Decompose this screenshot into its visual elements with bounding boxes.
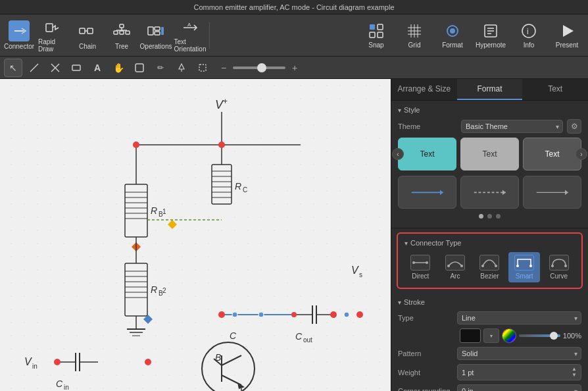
- svg-text:s: s: [359, 271, 362, 278]
- svg-point-122: [330, 311, 337, 318]
- toolbar-present-label: Present: [556, 41, 578, 49]
- stroke-collapse-arrow: ▾: [398, 299, 401, 306]
- svg-point-1: [11, 29, 14, 33]
- tool-hand[interactable]: ✋: [109, 59, 128, 77]
- style-section-header[interactable]: ▾ Style: [398, 106, 581, 114]
- stroke-color-wheel-button[interactable]: [502, 328, 516, 343]
- stroke-pattern-select[interactable]: Solid Dashed: [457, 347, 581, 360]
- stroke-type-select-wrapper: Line Dashed Dotted ▾: [457, 311, 581, 325]
- tool-text[interactable]: A: [88, 59, 107, 77]
- circuit-diagram: V + R C R: [0, 79, 391, 391]
- connector-direct-button[interactable]: Direct: [404, 252, 437, 282]
- corner-rounding-select-wrapper: 0 in 0.1 in ▾: [457, 384, 581, 391]
- svg-rect-21: [370, 32, 375, 38]
- toolbar-info[interactable]: i Info: [510, 17, 547, 54]
- toolbar-connector-label: Connector: [4, 43, 34, 50]
- tool-line[interactable]: [25, 59, 43, 77]
- svg-point-121: [291, 312, 297, 317]
- weight-increment-button[interactable]: ▲: [572, 367, 577, 372]
- style-card-blue[interactable]: Text: [398, 138, 456, 170]
- connector-curve-button[interactable]: Curve: [543, 252, 575, 282]
- svg-rect-13: [148, 27, 153, 35]
- svg-point-146: [481, 265, 484, 267]
- toolbar-snap[interactable]: Snap: [358, 17, 395, 54]
- svg-text:R: R: [151, 284, 157, 295]
- toolbar-tree[interactable]: Tree: [105, 17, 138, 54]
- corner-rounding-select[interactable]: 0 in 0.1 in: [457, 384, 581, 391]
- stroke-type-label: Type: [398, 314, 457, 322]
- line-style-thin[interactable]: [523, 176, 581, 209]
- style-cards-text: ‹ Text Text Text ›: [398, 138, 581, 170]
- toolbar-operations[interactable]: Operations: [139, 17, 172, 54]
- stroke-color-dropdown-button[interactable]: ▾: [483, 328, 499, 343]
- tool-shape[interactable]: [67, 59, 86, 77]
- style-cards-prev-button[interactable]: ‹: [392, 148, 404, 160]
- arc-label: Arc: [450, 273, 460, 280]
- stroke-opacity-slider: 100%: [519, 332, 581, 340]
- tab-text[interactable]: Text: [522, 79, 588, 100]
- toolbar-grid[interactable]: Grid: [396, 17, 433, 54]
- style-card-dark[interactable]: Text: [523, 138, 581, 170]
- zoom-in-button[interactable]: +: [288, 61, 301, 74]
- svg-text:V: V: [351, 265, 359, 276]
- toolbar-format[interactable]: Format: [434, 17, 471, 54]
- connector-bezier-button[interactable]: Bezier: [474, 252, 506, 282]
- stroke-section: ▾ Stroke Type Line Dashed Dotted ▾: [391, 293, 588, 391]
- svg-rect-44: [199, 65, 206, 71]
- main-toolbar: Connector Rapid Draw Chain: [0, 14, 588, 57]
- tool-crop[interactable]: [193, 59, 212, 77]
- svg-point-118: [218, 311, 225, 318]
- line-style-solid[interactable]: [398, 176, 456, 209]
- svg-point-127: [145, 359, 151, 365]
- svg-point-73: [133, 142, 139, 148]
- connector-type-header[interactable]: ▾ Connector Type: [404, 239, 575, 247]
- tab-format[interactable]: Format: [457, 79, 523, 100]
- toolbar-connector[interactable]: Connector: [3, 17, 36, 54]
- toolbar-hypernote[interactable]: Hypernote: [472, 17, 509, 54]
- stroke-section-header[interactable]: ▾ Stroke: [398, 298, 581, 306]
- svg-rect-15: [155, 32, 160, 35]
- toolbar-present[interactable]: Present: [549, 17, 585, 54]
- zoom-out-button[interactable]: −: [217, 61, 230, 74]
- connector-smart-button[interactable]: Smart: [508, 252, 541, 282]
- theme-gear-button[interactable]: ⚙: [567, 119, 581, 134]
- svg-rect-53: [212, 165, 232, 204]
- stroke-weight-stepper[interactable]: ▲ ▼: [572, 367, 577, 378]
- svg-rect-22: [378, 32, 383, 38]
- svg-text:in: in: [32, 363, 37, 370]
- tab-arrange[interactable]: Arrange & Size: [391, 79, 457, 100]
- weight-decrement-button[interactable]: ▼: [572, 373, 577, 378]
- tool-color-picker[interactable]: [172, 59, 191, 77]
- toolbar-text-orientation[interactable]: A Text Orientation: [174, 17, 207, 54]
- stroke-track[interactable]: [519, 334, 560, 337]
- stroke-type-select[interactable]: Line Dashed Dotted: [457, 311, 581, 325]
- line-style-dashed[interactable]: [460, 176, 519, 209]
- svg-marker-136: [440, 190, 443, 195]
- toolbar-operations-label: Operations: [140, 43, 172, 50]
- stroke-color-swatch[interactable]: [460, 328, 481, 343]
- style-cards-next-button[interactable]: ›: [576, 148, 587, 160]
- toolbar-rapid-draw[interactable]: Rapid Draw: [37, 17, 70, 54]
- stroke-section-title: Stroke: [404, 298, 425, 306]
- svg-text:C: C: [243, 186, 247, 194]
- svg-point-151: [564, 265, 567, 267]
- zoom-slider[interactable]: [233, 66, 285, 69]
- style-collapse-arrow: ▾: [398, 107, 401, 114]
- stroke-weight-input[interactable]: 1 pt ▲ ▼: [457, 364, 581, 380]
- tool-node[interactable]: [46, 59, 64, 77]
- svg-point-128: [54, 359, 61, 365]
- svg-point-143: [426, 261, 428, 264]
- tool-pen[interactable]: ✏: [151, 59, 170, 77]
- svg-point-35: [522, 24, 535, 38]
- canvas[interactable]: V + R C R: [0, 79, 391, 391]
- theme-select[interactable]: Basic Theme Modern Theme Classic Theme: [461, 120, 563, 133]
- connector-arc-button[interactable]: Arc: [439, 252, 472, 282]
- tool-eraser[interactable]: [130, 59, 149, 77]
- corner-rounding-label: Corner rounding: [398, 387, 457, 391]
- style-card-gray[interactable]: Text: [460, 138, 519, 170]
- svg-text:C: C: [230, 330, 237, 341]
- toolbar-chain[interactable]: Chain: [71, 17, 104, 54]
- stroke-weight-row: Weight 1 pt ▲ ▼: [398, 364, 581, 380]
- svg-rect-11: [120, 31, 124, 34]
- tool-pointer[interactable]: ↖: [4, 59, 22, 77]
